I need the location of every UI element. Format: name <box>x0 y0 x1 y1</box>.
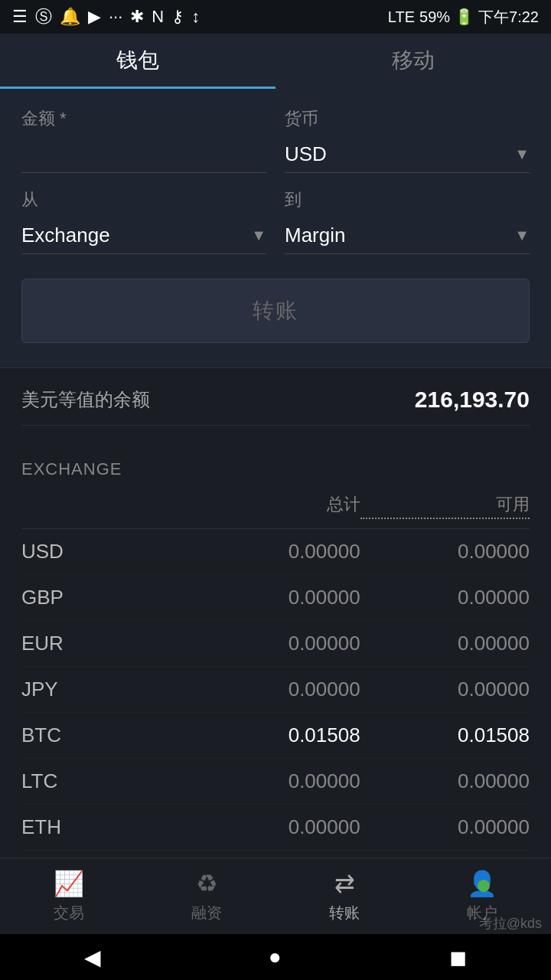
to-arrow-icon: ▼ <box>514 227 530 244</box>
status-right-info: LTE 59% 🔋 下午7:22 <box>388 7 539 28</box>
row-total-value: 0.00000 <box>191 815 360 839</box>
time-label: 下午7:22 <box>478 7 539 28</box>
balance-section: 美元等值的余额 216,193.70 <box>0 368 551 438</box>
menu-icon: ☰ <box>12 7 28 27</box>
table-row: JPY0.000000.00000 <box>21 667 530 713</box>
row-currency-name: BTC <box>21 724 191 747</box>
play-icon: ▶ <box>88 7 101 27</box>
table-row: LTC0.000000.00000 <box>21 759 530 805</box>
row-currency-name: EUR <box>21 632 191 655</box>
nav-finance[interactable]: ♻ 融资 <box>138 869 276 923</box>
row-available-value: 0.00000 <box>360 540 530 564</box>
col-name-header <box>21 493 191 519</box>
row-available-value: 0.00000 <box>360 678 530 701</box>
recents-button[interactable]: ◼ <box>449 945 467 970</box>
tab-wallet[interactable]: 钱包 <box>0 34 276 89</box>
amount-label: 金额 * <box>21 107 266 130</box>
from-select[interactable]: Exchange ▼ <box>21 217 266 254</box>
trade-icon: 📈 <box>54 869 84 898</box>
more-icon: ··· <box>109 7 122 27</box>
row-available-value: 0.00000 <box>360 769 530 793</box>
status-bar: ☰ Ⓢ 🔔 ▶ ··· ✱ N ⚷ ↕ LTE 59% 🔋 下午7:22 <box>0 0 551 34</box>
bottom-nav: 📈 交易 ♻ 融资 ⇄ 转账 👤 帐户 <box>0 858 551 934</box>
section-label: EXCHANGE <box>21 450 530 484</box>
table-row: USD0.000000.00000 <box>21 529 530 575</box>
finance-icon: ♻ <box>196 869 218 898</box>
back-button[interactable]: ◀ <box>84 945 101 970</box>
tab-bar: 钱包 移动 <box>0 34 551 89</box>
row-total-value: 0.00000 <box>191 678 360 701</box>
tab-wallet-label: 钱包 <box>116 46 159 75</box>
to-label: 到 <box>285 188 530 211</box>
currency-select[interactable]: USD ▼ <box>285 136 530 173</box>
row-total-value: 0.00000 <box>191 769 360 793</box>
row-total-value: 0.00000 <box>191 632 360 655</box>
row-total-value: 0.00000 <box>191 586 360 609</box>
to-group: 到 Margin ▼ <box>285 188 530 254</box>
currency-group: 货币 USD ▼ <box>285 107 530 173</box>
row-available-value: 0.00000 <box>360 586 530 609</box>
transfer-button[interactable]: 转账 <box>21 279 530 343</box>
row-currency-name: LTC <box>21 769 191 793</box>
bt-icon: ✱ <box>130 7 144 27</box>
key-icon: ⚷ <box>171 7 184 27</box>
android-nav-bar: ◀ ● ◼ <box>0 934 551 980</box>
table-row: BTC0.015080.01508 <box>21 713 530 759</box>
table-row: ETH0.000000.00000 <box>21 805 530 851</box>
home-button[interactable]: ● <box>269 945 282 969</box>
col-avail-header: 可用 <box>360 493 530 519</box>
row-total-value: 0.01508 <box>191 724 360 747</box>
nav-transfer-label: 转账 <box>329 903 360 923</box>
table-header: 总计 可用 <box>21 484 530 529</box>
table-row: EUR0.000000.00000 <box>21 621 530 667</box>
transfer-form: 金额 * 货币 USD ▼ 从 Exchange ▼ 到 Margin ▼ <box>0 89 551 368</box>
row-currency-name: GBP <box>21 586 191 609</box>
s-icon: Ⓢ <box>35 5 52 28</box>
row-currency-name: USD <box>21 540 191 564</box>
from-label: 从 <box>21 188 266 211</box>
amount-group: 金额 * <box>21 107 266 173</box>
row-available-value: 0.01508 <box>360 724 530 747</box>
row-total-value: 0.00000 <box>191 540 360 564</box>
amount-input[interactable] <box>21 136 266 173</box>
battery-icon: 🔋 <box>455 8 474 26</box>
account-online-dot <box>478 880 490 892</box>
row-currency-name: ETH <box>21 815 191 839</box>
to-select[interactable]: Margin ▼ <box>285 217 530 254</box>
watermark: 考拉@kds <box>479 914 542 933</box>
transfer-icon: ⇄ <box>334 869 355 898</box>
lte-label: LTE <box>388 8 415 26</box>
status-left-icons: ☰ Ⓢ 🔔 ▶ ··· ✱ N ⚷ ↕ <box>12 5 200 28</box>
row-currency-name: JPY <box>21 678 191 701</box>
bell-icon: 🔔 <box>60 7 80 27</box>
currency-label: 货币 <box>285 107 530 130</box>
account-wrapper: 👤 <box>467 869 497 898</box>
currency-value: USD <box>285 142 514 166</box>
tab-move[interactable]: 移动 <box>276 34 551 89</box>
nav-trade[interactable]: 📈 交易 <box>0 869 138 923</box>
from-group: 从 Exchange ▼ <box>21 188 266 254</box>
balance-row: 美元等值的余额 216,193.70 <box>21 387 530 426</box>
row-available-value: 0.00000 <box>360 632 530 655</box>
signal-icon: ↕ <box>191 7 200 27</box>
from-value: Exchange <box>21 224 251 247</box>
tab-move-label: 移动 <box>392 46 435 75</box>
from-arrow-icon: ▼ <box>251 227 266 244</box>
nfc-icon: N <box>152 7 164 27</box>
col-total-header: 总计 <box>191 493 360 519</box>
battery-label: 59% <box>419 8 450 26</box>
balance-value: 216,193.70 <box>415 387 530 413</box>
table-row: GBP0.000000.00000 <box>21 575 530 621</box>
balance-label: 美元等值的余额 <box>21 387 150 412</box>
nav-finance-label: 融资 <box>191 903 222 923</box>
currency-arrow-icon: ▼ <box>514 145 530 163</box>
nav-trade-label: 交易 <box>54 903 84 923</box>
nav-transfer[interactable]: ⇄ 转账 <box>276 869 413 923</box>
row-available-value: 0.00000 <box>360 815 530 839</box>
to-value: Margin <box>285 224 514 247</box>
